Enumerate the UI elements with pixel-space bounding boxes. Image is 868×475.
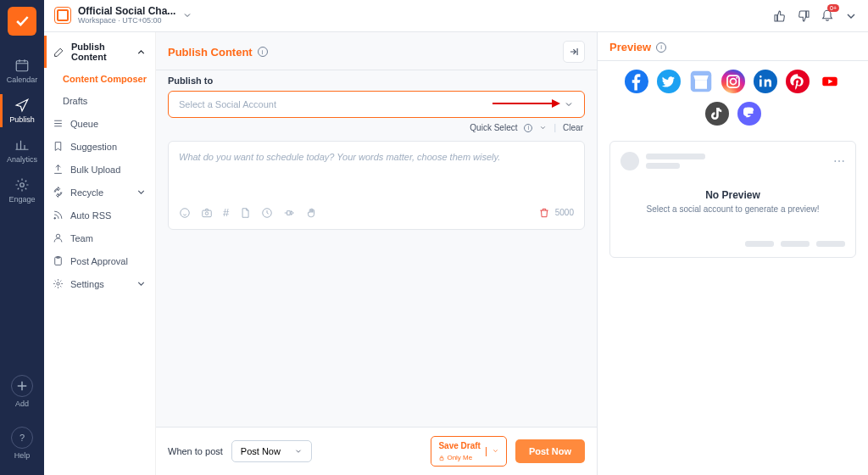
sidebar-item-composer[interactable]: Content Composer xyxy=(44,68,155,90)
select-placeholder: Select a Social Account xyxy=(179,99,276,109)
post-now-button[interactable]: Post Now xyxy=(515,439,585,463)
rail-engage[interactable]: Engage xyxy=(0,170,44,210)
svg-point-17 xyxy=(721,70,745,93)
no-preview-subtitle: Select a social account to generate a pr… xyxy=(626,204,840,214)
save-draft-button[interactable]: Save Draft Only Me xyxy=(431,436,506,467)
sidebar-header-label: Publish Content xyxy=(71,42,129,62)
thumbs-up-icon[interactable] xyxy=(773,9,787,23)
plug-icon[interactable] xyxy=(283,207,295,219)
info-icon[interactable]: i xyxy=(258,47,268,57)
rss-icon xyxy=(53,210,64,221)
chevron-down-icon[interactable] xyxy=(844,9,858,23)
sidebar-item-settings[interactable]: Settings xyxy=(44,272,155,295)
rail-calendar[interactable]: Calendar xyxy=(0,51,44,91)
clear-button[interactable]: Clear xyxy=(563,123,583,132)
svg-point-3 xyxy=(56,234,59,238)
svg-rect-16 xyxy=(695,80,707,89)
rail-publish[interactable]: Publish xyxy=(0,91,44,131)
sidebar-item-autorss[interactable]: Auto RSS xyxy=(44,204,155,226)
rail-add[interactable]: Add xyxy=(0,368,44,415)
svg-point-2 xyxy=(54,217,56,219)
preview-title: Preview xyxy=(609,41,651,53)
content-title: Publish Content xyxy=(168,46,253,59)
twitter-icon[interactable] xyxy=(657,70,681,93)
sidebar-item-recycle[interactable]: Recycle xyxy=(44,181,155,204)
rail-help[interactable]: ? Help xyxy=(0,420,44,467)
sidebar-item-queue[interactable]: Queue xyxy=(44,112,155,135)
info-icon[interactable]: i xyxy=(656,42,666,53)
hashtag-icon[interactable]: # xyxy=(223,206,229,219)
document-icon[interactable] xyxy=(239,207,251,219)
emoji-icon[interactable] xyxy=(179,207,191,219)
hand-icon[interactable] xyxy=(305,207,317,219)
skeleton-line xyxy=(816,241,845,247)
workspace-icon xyxy=(54,7,71,24)
sidebar-section-header[interactable]: Publish Content xyxy=(44,36,155,68)
youtube-icon[interactable] xyxy=(818,70,842,93)
skeleton-line xyxy=(745,241,774,247)
content-area: Publish Content i Publish to Select a So… xyxy=(156,32,597,475)
sidebar-item-bulk[interactable]: Bulk Upload xyxy=(44,158,155,181)
gear-icon xyxy=(53,278,64,289)
sidebar-item-approval[interactable]: Post Approval xyxy=(44,249,155,272)
when-to-post-select[interactable]: Post Now xyxy=(231,440,312,462)
chevron-down-icon xyxy=(136,278,147,289)
workspace-subtitle: Workspace · UTC+05:00 xyxy=(78,17,175,25)
svg-point-10 xyxy=(205,211,209,215)
instagram-icon[interactable] xyxy=(721,70,745,93)
preview-panel: Preview i xyxy=(597,32,868,475)
rail-analytics[interactable]: Analytics xyxy=(0,131,44,170)
rail-calendar-label: Calendar xyxy=(7,75,38,84)
facebook-icon[interactable] xyxy=(625,70,648,93)
svg-point-1 xyxy=(20,183,25,187)
gmb-icon[interactable] xyxy=(689,70,713,93)
app-logo[interactable] xyxy=(8,7,36,36)
svg-marker-7 xyxy=(552,99,560,108)
topbar: Official Social Cha... Workspace · UTC+0… xyxy=(44,0,868,32)
collapse-preview-button[interactable] xyxy=(563,41,585,63)
arrow-right-bar-icon xyxy=(568,46,580,58)
mastodon-icon[interactable] xyxy=(737,102,761,126)
pencil-icon xyxy=(53,47,64,58)
svg-rect-12 xyxy=(440,457,443,460)
when-to-post-value: Post Now xyxy=(241,446,281,456)
social-platform-row xyxy=(598,61,868,129)
svg-rect-0 xyxy=(16,61,28,71)
sidebar-item-suggestion[interactable]: Suggestion xyxy=(44,135,155,158)
rail-publish-label: Publish xyxy=(9,115,35,124)
chevron-down-icon[interactable] xyxy=(539,124,547,131)
tiktok-icon[interactable] xyxy=(705,102,729,126)
notifications-button[interactable]: 0+ xyxy=(821,8,834,25)
preview-card: ⋯ No Preview Select a social account to … xyxy=(609,141,856,258)
skeleton-line xyxy=(646,154,705,159)
annotation-arrow xyxy=(492,97,560,112)
skeleton-line xyxy=(781,241,810,247)
pinterest-icon[interactable] xyxy=(786,70,810,93)
rail-add-label: Add xyxy=(15,400,29,408)
clipboard-icon xyxy=(53,255,64,266)
bookmark-icon xyxy=(53,141,64,152)
chevron-down-icon xyxy=(182,10,192,20)
workspace-switcher[interactable]: Official Social Cha... Workspace · UTC+0… xyxy=(54,6,192,25)
quick-select-button[interactable]: Quick Select xyxy=(470,123,517,132)
linkedin-icon[interactable] xyxy=(754,70,777,93)
sidebar-item-team[interactable]: Team xyxy=(44,226,155,249)
skeleton-avatar xyxy=(620,152,639,170)
footer: When to post Post Now Save Draft Only Me… xyxy=(156,427,597,475)
trash-icon[interactable] xyxy=(538,207,550,219)
camera-icon[interactable] xyxy=(201,207,213,219)
social-account-select[interactable]: Select a Social Account xyxy=(168,91,585,118)
rail-help-label: Help xyxy=(14,451,31,460)
sidebar-item-drafts[interactable]: Drafts xyxy=(44,90,155,112)
user-icon xyxy=(53,232,64,243)
list-icon xyxy=(53,118,64,129)
sidebar: Publish Content Content Composer Drafts … xyxy=(44,32,156,475)
info-icon[interactable]: i xyxy=(524,124,532,132)
thumbs-down-icon[interactable] xyxy=(797,9,810,23)
publish-to-label: Publish to xyxy=(168,75,585,86)
post-editor[interactable]: What do you want to schedule today? Your… xyxy=(168,141,585,230)
svg-point-20 xyxy=(736,77,737,79)
svg-point-5 xyxy=(57,282,59,285)
clock-icon[interactable] xyxy=(261,207,273,219)
chevron-down-icon xyxy=(136,187,147,198)
